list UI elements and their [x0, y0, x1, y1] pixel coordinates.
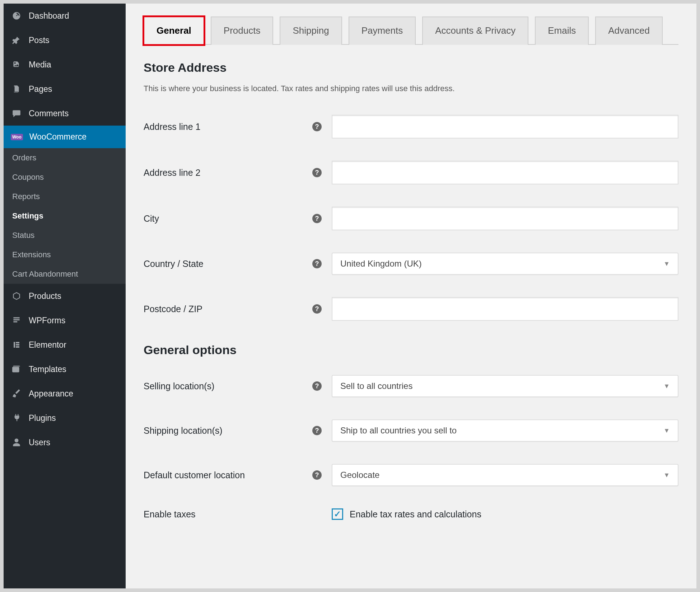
templates-icon: [11, 363, 22, 375]
help-icon[interactable]: ?: [312, 470, 322, 480]
sidebar-item-posts[interactable]: Posts: [4, 28, 126, 52]
label-city: City: [144, 213, 312, 224]
sidebar-item-elementor[interactable]: Elementor: [4, 333, 126, 357]
section-title-store-address: Store Address: [144, 61, 678, 75]
sidebar-sub-reports[interactable]: Reports: [4, 187, 126, 206]
sidebar-sub-extensions[interactable]: Extensions: [4, 245, 126, 264]
label-enable-taxes: Enable taxes: [144, 509, 312, 520]
sidebar-item-woocommerce[interactable]: Woo WooCommerce: [4, 126, 126, 148]
elementor-icon: [11, 339, 22, 351]
input-address1[interactable]: [332, 115, 678, 138]
sidebar-label: Posts: [29, 36, 50, 45]
label-shipping-locations: Shipping location(s): [144, 426, 312, 436]
row-default-customer-location: Default customer location ? Geolocate ▼: [144, 464, 678, 486]
sidebar-label: Templates: [29, 365, 66, 374]
help-icon[interactable]: ?: [312, 304, 322, 314]
row-shipping-locations: Shipping location(s) ? Ship to all count…: [144, 419, 678, 442]
sidebar-label: Pages: [29, 84, 52, 94]
sidebar-label: WPForms: [29, 316, 65, 325]
sidebar-sub-orders[interactable]: Orders: [4, 148, 126, 168]
section-title-general-options: General options: [144, 343, 678, 357]
tab-accounts-privacy[interactable]: Accounts & Privacy: [422, 17, 528, 45]
sidebar-label: Media: [29, 60, 51, 70]
tab-emails[interactable]: Emails: [535, 17, 589, 45]
tab-shipping[interactable]: Shipping: [280, 17, 342, 45]
woo-icon: Woo: [11, 134, 23, 140]
checkbox-enable-taxes[interactable]: ✓: [332, 508, 343, 520]
sidebar-label: Elementor: [29, 340, 66, 350]
help-icon[interactable]: ?: [312, 259, 322, 268]
form-icon: [11, 315, 22, 326]
row-address2: Address line 2 ?: [144, 161, 678, 184]
comment-icon: [11, 108, 22, 119]
help-icon[interactable]: ?: [312, 168, 322, 177]
select-country-state[interactable]: United Kingdom (UK) ▼: [332, 253, 678, 275]
tab-general[interactable]: General: [144, 17, 204, 45]
gauge-icon: [11, 10, 22, 22]
help-icon[interactable]: ?: [312, 122, 322, 131]
sidebar-item-templates[interactable]: Templates: [4, 357, 126, 381]
label-selling-locations: Selling location(s): [144, 381, 312, 391]
sidebar-label: Dashboard: [29, 11, 69, 21]
settings-tabs: General Products Shipping Payments Accou…: [144, 17, 678, 45]
user-icon: [11, 437, 22, 448]
main-content: General Products Shipping Payments Accou…: [126, 4, 696, 588]
sidebar-sub-status[interactable]: Status: [4, 226, 126, 245]
row-postcode: Postcode / ZIP ?: [144, 297, 678, 321]
sidebar-label: Plugins: [29, 413, 56, 423]
chevron-down-icon: ▼: [663, 427, 670, 434]
sidebar-sub-settings[interactable]: Settings: [4, 206, 126, 226]
tab-payments[interactable]: Payments: [349, 17, 416, 45]
row-country-state: Country / State ? United Kingdom (UK) ▼: [144, 253, 678, 275]
brush-icon: [11, 388, 22, 399]
label-address1: Address line 1: [144, 122, 312, 132]
help-icon[interactable]: ?: [312, 381, 322, 391]
pages-icon: [11, 83, 22, 95]
row-enable-taxes: Enable taxes ✓ Enable tax rates and calc…: [144, 508, 678, 520]
checkbox-label: Enable tax rates and calculations: [350, 509, 481, 520]
sidebar-label: Appearance: [29, 389, 73, 399]
sidebar-item-comments[interactable]: Comments: [4, 101, 126, 126]
pin-icon: [11, 34, 22, 46]
row-address1: Address line 1 ?: [144, 115, 678, 138]
select-default-customer-location[interactable]: Geolocate ▼: [332, 464, 678, 486]
select-value: Sell to all countries: [340, 381, 412, 391]
sidebar-item-dashboard[interactable]: Dashboard: [4, 4, 126, 28]
select-value: Geolocate: [340, 470, 379, 480]
input-address2[interactable]: [332, 161, 678, 184]
select-selling-locations[interactable]: Sell to all countries ▼: [332, 375, 678, 397]
help-icon[interactable]: ?: [312, 426, 322, 435]
tab-advanced[interactable]: Advanced: [595, 17, 663, 45]
media-icon: [11, 59, 22, 70]
admin-sidebar: Dashboard Posts Media Pages Comments Woo…: [4, 4, 126, 588]
sidebar-item-users[interactable]: Users: [4, 430, 126, 455]
sidebar-label: Comments: [29, 109, 69, 118]
row-city: City ?: [144, 207, 678, 230]
label-country-state: Country / State: [144, 259, 312, 269]
input-postcode[interactable]: [332, 297, 678, 321]
sidebar-sub-coupons[interactable]: Coupons: [4, 168, 126, 187]
section-desc: This is where your business is located. …: [144, 84, 678, 93]
select-shipping-locations[interactable]: Ship to all countries you sell to ▼: [332, 419, 678, 442]
chevron-down-icon: ▼: [663, 260, 670, 268]
input-city[interactable]: [332, 207, 678, 230]
sidebar-item-media[interactable]: Media: [4, 52, 126, 77]
select-value: Ship to all countries you sell to: [340, 426, 457, 436]
sidebar-item-products[interactable]: Products: [4, 284, 126, 308]
chevron-down-icon: ▼: [663, 471, 670, 479]
tab-products[interactable]: Products: [211, 17, 274, 45]
label-address2: Address line 2: [144, 168, 312, 178]
sidebar-label: Products: [29, 291, 61, 301]
help-icon[interactable]: ?: [312, 214, 322, 223]
plug-icon: [11, 412, 22, 424]
sidebar-item-appearance[interactable]: Appearance: [4, 381, 126, 406]
chevron-down-icon: ▼: [663, 382, 670, 390]
row-selling-locations: Selling location(s) ? Sell to all countr…: [144, 375, 678, 397]
label-default-customer-location: Default customer location: [144, 470, 312, 480]
sidebar-label: Users: [29, 438, 50, 447]
sidebar-sub-cart-abandonment[interactable]: Cart Abandonment: [4, 264, 126, 284]
sidebar-item-pages[interactable]: Pages: [4, 77, 126, 101]
box-icon: [11, 290, 22, 302]
sidebar-item-wpforms[interactable]: WPForms: [4, 308, 126, 333]
sidebar-item-plugins[interactable]: Plugins: [4, 406, 126, 430]
